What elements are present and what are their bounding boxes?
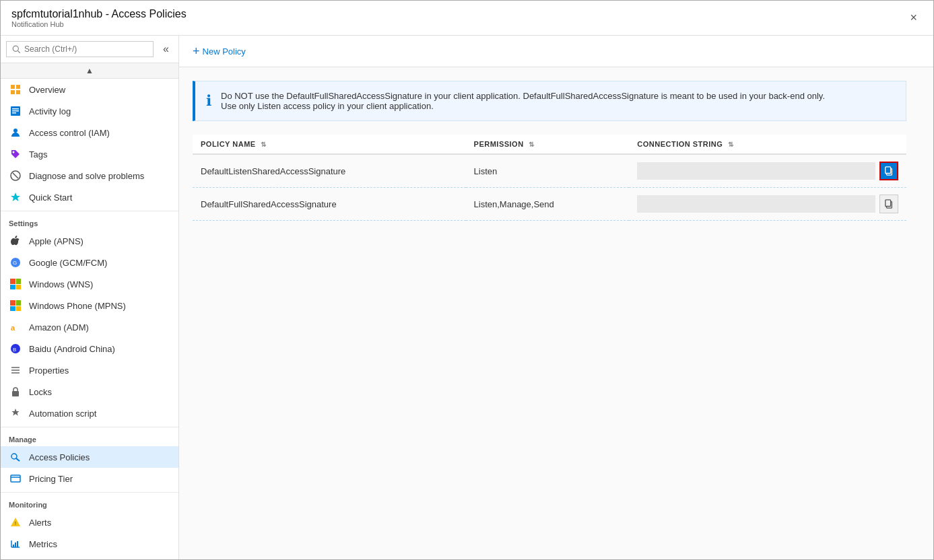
close-button[interactable]: ×	[904, 8, 923, 28]
sidebar-item-label: Alerts	[29, 518, 51, 528]
pricing-icon	[9, 473, 22, 484]
sidebar-item-label: Apple (APNS)	[29, 236, 84, 246]
sidebar-item-amazon[interactable]: a Amazon (ADM)	[1, 316, 178, 338]
body: « ▲ Overview Activity log Access	[1, 36, 933, 559]
title-bar: spfcmtutorial1nhub - Access Policies Not…	[1, 1, 933, 36]
svg-rect-36	[886, 200, 891, 207]
main-content-area: + New Policy ℹ Do NOT use the DefaultFul…	[179, 36, 933, 559]
sidebar-item-label: Overview	[29, 85, 65, 95]
sidebar-item-quickstart[interactable]: Quick Start	[1, 186, 178, 208]
svg-rect-31	[15, 542, 16, 547]
svg-rect-25	[11, 475, 20, 482]
properties-icon	[9, 365, 22, 376]
page-subtitle: Notification Hub	[11, 20, 187, 28]
scroll-up-button[interactable]: ▲	[1, 63, 178, 79]
col-header-connection-string[interactable]: CONNECTION STRING ⇅	[629, 135, 906, 154]
connection-string-input-1[interactable]	[637, 195, 875, 213]
sidebar-item-access-policies[interactable]: Access Policies	[1, 446, 178, 468]
copy-icon-0	[884, 166, 894, 176]
sidebar-item-label: Properties	[29, 365, 69, 376]
sidebar-item-overview[interactable]: Overview	[1, 79, 178, 100]
sidebar-item-apple[interactable]: Apple (APNS)	[1, 230, 178, 252]
info-line1: Do NOT use the DefaultFullSharedAccessSi…	[221, 91, 825, 101]
diagnose-icon	[9, 170, 22, 181]
sidebar-item-iam[interactable]: Access control (IAM)	[1, 122, 178, 143]
sidebar-item-pricing-tier[interactable]: Pricing Tier	[1, 468, 178, 489]
svg-rect-34	[886, 167, 891, 174]
sidebar-item-label: Windows (WNS)	[29, 279, 93, 289]
sidebar-item-label: Access Policies	[29, 452, 90, 462]
sidebar-item-automation[interactable]: Automation script	[1, 403, 178, 424]
copy-button-1[interactable]	[879, 195, 898, 213]
new-policy-label: New Policy	[203, 46, 246, 57]
table-container: POLICY NAME ⇅ PERMISSION ⇅ CONNECTION ST…	[193, 135, 906, 221]
svg-rect-5	[16, 90, 20, 94]
sort-icon-policy: ⇅	[261, 141, 267, 148]
svg-text:B: B	[13, 347, 16, 353]
sidebar-item-label: Locks	[29, 387, 52, 397]
col-header-policy-name[interactable]: POLICY NAME ⇅	[193, 135, 466, 154]
svg-rect-4	[11, 90, 15, 94]
sidebar-item-label: Pricing Tier	[29, 474, 73, 484]
copy-button-0[interactable]	[879, 162, 898, 180]
sidebar-item-metrics[interactable]: Metrics	[1, 533, 178, 555]
key-icon	[9, 452, 22, 462]
sidebar-item-locks[interactable]: Locks	[1, 381, 178, 403]
copy-icon-1	[884, 199, 894, 209]
new-policy-button[interactable]: + New Policy	[193, 42, 246, 60]
plus-icon: +	[193, 45, 200, 57]
windowsphone-icon	[9, 300, 22, 311]
svg-text:a: a	[11, 324, 15, 332]
permission-cell-1: Listen,Manage,Send	[466, 188, 630, 221]
svg-rect-7	[12, 108, 19, 110]
svg-text:!: !	[15, 521, 16, 526]
policy-name-cell-1: DefaultFullSharedAccessSignature	[193, 188, 466, 221]
activity-icon	[9, 106, 22, 116]
connection-string-cell-1	[629, 188, 906, 221]
info-line2: Use only Listen access policy in your cl…	[221, 101, 825, 111]
sidebar-item-windows[interactable]: Windows (WNS)	[1, 273, 178, 295]
windows-icon	[9, 279, 22, 289]
quickstart-icon	[9, 192, 22, 203]
svg-rect-22	[12, 391, 19, 396]
sidebar-item-tags[interactable]: Tags	[1, 143, 178, 165]
section-manage: Manage	[1, 427, 178, 446]
sidebar-item-label: Amazon (ADM)	[29, 322, 89, 332]
title-bar-left: spfcmtutorial1nhub - Access Policies Not…	[11, 8, 187, 28]
sidebar-item-diagnose[interactable]: Diagnose and solve problems	[1, 165, 178, 186]
svg-line-1	[18, 50, 20, 53]
sidebar-item-google[interactable]: G Google (GCM/FCM)	[1, 252, 178, 273]
svg-point-23	[11, 454, 17, 459]
iam-icon	[9, 127, 22, 138]
sidebar-item-windowsphone[interactable]: Windows Phone (MPNS)	[1, 295, 178, 316]
sidebar-item-label: Quick Start	[29, 193, 72, 203]
connection-string-container-1	[637, 195, 898, 213]
policies-table: POLICY NAME ⇅ PERMISSION ⇅ CONNECTION ST…	[193, 135, 906, 221]
svg-rect-9	[12, 112, 16, 114]
svg-rect-2	[11, 85, 15, 89]
sidebar-item-label: Activity log	[29, 106, 71, 116]
search-box[interactable]	[6, 41, 154, 57]
connection-string-input-0[interactable]	[637, 162, 875, 180]
sidebar-item-alerts[interactable]: ! Alerts	[1, 512, 178, 533]
search-icon	[12, 45, 21, 54]
collapse-button[interactable]: «	[159, 42, 173, 57]
table-row: DefaultListenSharedAccessSignature Liste…	[193, 154, 906, 188]
sort-icon-permission: ⇅	[529, 141, 535, 148]
alerts-icon: !	[9, 517, 22, 528]
info-box: ℹ Do NOT use the DefaultFullSharedAccess…	[193, 81, 906, 121]
sidebar-item-label: Metrics	[29, 539, 57, 549]
svg-rect-30	[13, 545, 14, 547]
connection-string-cell-0	[629, 154, 906, 188]
search-input[interactable]	[24, 44, 147, 54]
sidebar-item-baidu[interactable]: B Baidu (Android China)	[1, 338, 178, 359]
svg-point-11	[13, 151, 15, 153]
sidebar-item-label: Windows Phone (MPNS)	[29, 301, 126, 311]
col-header-permission[interactable]: PERMISSION ⇅	[466, 135, 630, 154]
permission-cell: Listen	[466, 154, 630, 188]
info-text: Do NOT use the DefaultFullSharedAccessSi…	[221, 91, 825, 111]
policy-name-cell: DefaultListenSharedAccessSignature	[193, 154, 466, 188]
sidebar-item-activity-log[interactable]: Activity log	[1, 100, 178, 122]
sidebar-item-label: Access control (IAM)	[29, 128, 110, 138]
sidebar-item-properties[interactable]: Properties	[1, 359, 178, 381]
